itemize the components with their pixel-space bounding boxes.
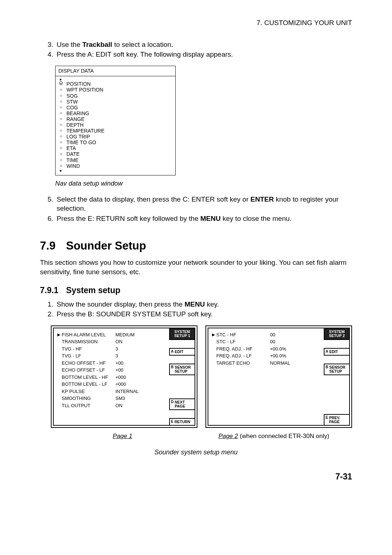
nav-data-item[interactable]: ⦿POSITION (58, 81, 172, 87)
nav-data-item[interactable]: ○TIME (58, 157, 172, 163)
settings-row-value: 3 (115, 352, 118, 360)
nav-data-item[interactable]: ○DEPTH (58, 122, 172, 128)
settings-row-value: ON (115, 402, 123, 409)
nav-data-caption: Nav data setup window (55, 179, 352, 188)
settings-row-label: TRANSMISSION (57, 338, 115, 345)
nav-data-item[interactable]: ○COG (58, 105, 172, 110)
radio-icon: ○ (58, 158, 64, 163)
step-3-bold: Trackball (82, 41, 112, 48)
softkey-a-edit-2[interactable]: AEDIT (324, 348, 350, 356)
chapter-header: 7. CUSTOMIZING YOUR UNIT (40, 18, 352, 28)
settings-row-value: MEDIUM (115, 331, 135, 339)
radio-icon: ○ (58, 152, 64, 157)
pointer-icon: ▶ (57, 332, 60, 338)
nav-data-body: ▲ ⦿POSITION○WPT POSITION○SOG○STW○COG○BEA… (56, 76, 175, 175)
radio-icon: ○ (58, 122, 64, 127)
nav-data-item[interactable]: ○TEMPERATURE (58, 128, 172, 134)
settings-row-label: KP PULSE (57, 388, 115, 395)
page-2-label: Page 2 (when connected ETR-30N only) (202, 432, 346, 441)
nav-data-item-label: SOG (66, 93, 78, 99)
nav-data-item[interactable]: ○LOG TRIP (58, 134, 172, 139)
settings-row-value: ON (115, 338, 123, 345)
settings-row-value: SM3 (115, 395, 125, 402)
settings-row-label: BOTTOM LEVEL - LF (57, 381, 115, 388)
radio-icon: ○ (58, 93, 64, 98)
page-number: 7-31 (40, 471, 352, 482)
softkeys-1: SYSTEM SETUP 1 AEDIT BSENSOR SETUP DNEXT… (169, 328, 195, 426)
softkey-text: SENSOR SETUP (329, 365, 348, 373)
nav-data-item[interactable]: ○BEARING (58, 110, 172, 116)
section-num: 7.9 (40, 238, 66, 254)
step-6: Press the E: RETURN soft key followed by… (55, 214, 352, 223)
nav-data-item[interactable]: ○WPT POSITION (58, 87, 172, 93)
subsection-heading: 7.9.1System setup (40, 285, 352, 296)
softkey-b-sensor-setup[interactable]: BSENSOR SETUP (169, 364, 195, 375)
nav-data-item-label: TIME TO GO (66, 139, 96, 145)
softkey-letter: E (171, 420, 173, 424)
step-3-post: to select a location. (112, 41, 173, 48)
section-intro: This section shows you how to customize … (40, 258, 352, 276)
settings-row-value: 00 (270, 338, 275, 345)
nav-data-item[interactable]: ○DATE (58, 151, 172, 157)
step-3: Use the Trackball to select a location. (55, 40, 352, 49)
settings-row-label: ▶FISH ALARM LEVEL (57, 331, 115, 339)
system-setup-2-panel: ▶STC - HF00STC - LF00FREQ. ADJ. - HF+00.… (205, 325, 352, 428)
softkey-b-sensor-setup-2[interactable]: BSENSOR SETUP (324, 364, 350, 375)
settings-row-value: INTERNAL (115, 388, 139, 395)
softkey-e-return[interactable]: ERETURN (169, 418, 195, 426)
softkey-e-prev-page[interactable]: EPREV. PAGE (324, 414, 350, 426)
page-1-label: Page 1 (51, 432, 194, 441)
nav-data-item-label: WPT POSITION (66, 87, 103, 93)
step-3-pre: Use the (57, 41, 82, 48)
nav-data-title: DISPLAY DATA (56, 66, 175, 76)
steps-list-a: Use the Trackball to select a location. … (40, 40, 352, 59)
step-6-c: key to close the menu. (221, 215, 291, 222)
softkey-text: EDIT (329, 350, 348, 354)
softkey-letter: B (171, 365, 173, 373)
radio-icon: ○ (58, 117, 64, 122)
panel-page-labels: Page 1 Page 2 (when connected ETR-30N on… (51, 432, 352, 441)
section-title: Sounder Setup (66, 239, 146, 252)
nav-data-item[interactable]: ○WIND (58, 163, 172, 169)
sounder-panels: ▶FISH ALARM LEVELMEDIUMTRANSMISSIONONTVG… (51, 325, 352, 428)
settings-row-label: SMOOTHING (57, 395, 115, 402)
radio-icon: ○ (58, 111, 64, 116)
sub-step-1-c: key. (205, 300, 219, 308)
radio-icon: ○ (58, 88, 64, 93)
sub-step-2: Press the B: SOUNDER SYSTEM SETUP soft k… (55, 309, 352, 319)
steps-list-b: Select the data to display, then press t… (40, 195, 352, 223)
radio-icon: ○ (58, 163, 64, 169)
sub-step-2-a: Press the B: SOUNDER SYSTEM SETUP soft k… (57, 310, 213, 318)
settings-row-label: ECHO OFFSET - HF (57, 360, 115, 367)
nav-data-item[interactable]: ○ETA (58, 145, 172, 151)
nav-data-window: DISPLAY DATA ▲ ⦿POSITION○WPT POSITION○SO… (55, 66, 176, 175)
softkey-letter: A (326, 350, 328, 354)
nav-data-item[interactable]: ○TIME TO GO (58, 139, 172, 145)
settings-row-value: +000 (115, 374, 126, 381)
settings-row-label: ▶STC - HF (212, 331, 270, 339)
scroll-down-arrow-icon[interactable]: ▼ (58, 169, 172, 173)
nav-data-item-label: DATE (66, 151, 79, 157)
subsection-steps: Show the sounder display, then press the… (40, 300, 352, 319)
softkey-letter: B (326, 365, 328, 373)
nav-data-item-label: STW (66, 99, 78, 105)
radio-icon: ○ (58, 140, 64, 145)
radio-icon: ○ (58, 99, 64, 104)
radio-icon: ○ (58, 134, 64, 139)
nav-data-item[interactable]: ○RANGE (58, 116, 172, 122)
nav-data-item-label: LOG TRIP (66, 134, 90, 139)
softkey-letter: A (171, 350, 173, 354)
settings-row-value: 00 (270, 331, 275, 339)
softkey-d-next-page[interactable]: DNEXT PAGE (169, 398, 195, 410)
nav-data-item-label: WIND (66, 163, 80, 169)
nav-data-item[interactable]: ○SOG (58, 93, 172, 99)
settings-row-label: FREQ. ADJ. - HF (212, 345, 270, 353)
settings-row-label: TVG - LF (57, 352, 115, 360)
softkey-a-edit[interactable]: AEDIT (169, 348, 195, 356)
scroll-up-arrow-icon[interactable]: ▲ (58, 77, 172, 81)
nav-data-item-label: COG (66, 105, 78, 110)
step-5-b: ENTER (250, 195, 274, 203)
nav-data-item[interactable]: ○STW (58, 99, 172, 105)
step-6-b: MENU (200, 215, 221, 222)
settings-row-label: STC - LF (212, 338, 270, 345)
